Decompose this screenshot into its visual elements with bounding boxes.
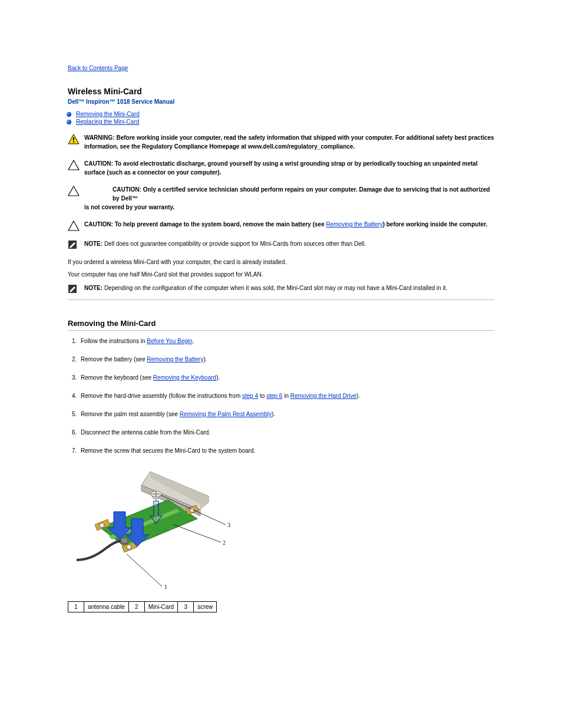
bullet-icon [67,112,71,117]
step-1: Follow the instructions in Before You Be… [78,338,494,344]
toc-link-remove[interactable]: Removing the Mini-Card [76,111,140,117]
manual-subtitle: Dell™ Inspiron™ 1018 Service Manual [68,98,494,105]
toc-item-remove[interactable]: Removing the Mini-Card [67,111,494,117]
svg-text:2: 2 [223,539,226,546]
step-7: Remove the screw that secures the Mini-C… [78,447,494,454]
caution-sysboard-text: CAUTION: To help prevent damage to the s… [84,220,494,229]
step-6: Disconnect the antenna cable from the Mi… [78,429,494,436]
step-4: Remove the hard-drive assembly (follow t… [78,393,494,399]
removing-keyboard-link[interactable]: Removing the Keyboard [153,374,216,381]
table-row: 1 antenna cable 2 Mini-Card 3 screw [68,602,217,612]
caution-icon [68,186,80,196]
callout-label: screw [194,602,217,612]
warning-icon [68,134,80,144]
callout-table: 1 antenna cable 2 Mini-Card 3 screw [68,601,217,612]
svg-point-17 [127,545,131,549]
back-to-contents-link[interactable]: Back to Contents Page [68,65,128,71]
note-icon [68,240,77,249]
step4-link[interactable]: step 4 [242,393,258,399]
intro-text: If you ordered a wireless Mini-Card with… [68,259,494,265]
step-list: Follow the instructions in Before You Be… [68,338,494,454]
mini-card-illustration: 1 2 3 [68,466,494,595]
note-config-text: NOTE: Depending on the configuration of … [84,284,494,292]
removing-hard-drive-link[interactable]: Removing the Hard Drive [290,393,356,399]
note-compat-text: NOTE: Dell does not guarantee compatibil… [84,239,494,248]
caution-esd-text: CAUTION: To avoid electrostatic discharg… [84,159,494,177]
svg-marker-3 [68,160,79,170]
svg-rect-25 [121,538,128,543]
svg-line-30 [174,525,221,542]
callout-num: 3 [178,602,194,612]
section-divider [68,299,494,300]
before-you-begin-link[interactable]: Before You Begin [147,338,192,344]
warning-text: WARNING: Before working inside your comp… [84,133,494,151]
removing-battery-link[interactable]: Removing the Battery [326,221,382,228]
note-icon [68,284,77,294]
callout-num: 2 [128,602,144,612]
callout-label: antenna cable [84,602,129,612]
step6-link[interactable]: step 6 [266,393,282,399]
section-heading-remove: Removing the Mini-Card [68,319,494,328]
step-3: Remove the keyboard (see Removing the Ke… [78,374,494,381]
caution-tech-text: CAUTION: Only a certified service techni… [84,185,494,212]
svg-line-28 [127,554,162,587]
caution-icon [68,160,80,170]
toc-link-replace[interactable]: Replacing the Mini-Card [76,118,139,125]
removing-palm-rest-link[interactable]: Removing the Palm Rest Assembly [180,411,272,417]
section-divider [68,330,494,331]
svg-text:1: 1 [164,584,167,590]
callout-num: 1 [68,602,84,612]
svg-rect-1 [73,137,74,140]
step-2: Remove the battery (see Removing the Bat… [78,356,494,363]
step-5: Remove the palm rest assembly (see Remov… [78,411,494,417]
svg-text:3: 3 [227,522,230,528]
caution-icon [68,220,80,231]
callout-label: Mini-Card [144,602,177,612]
removing-battery-link[interactable]: Removing the Battery [147,356,203,363]
svg-marker-5 [68,221,79,230]
svg-rect-2 [73,141,74,143]
bullet-icon [67,120,71,124]
svg-point-16 [100,523,104,528]
page-title: Wireless Mini-Card [68,87,494,96]
slot-support-text: Your computer has one half Mini-Card slo… [68,271,494,278]
toc-item-replace[interactable]: Replacing the Mini-Card [67,118,494,125]
svg-marker-4 [68,186,79,196]
